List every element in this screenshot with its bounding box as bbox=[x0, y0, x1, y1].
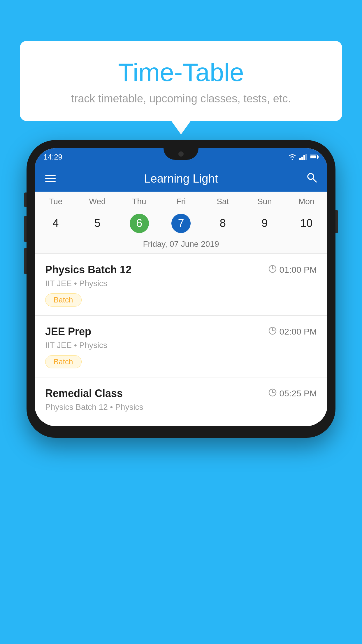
wifi-icon bbox=[288, 154, 296, 160]
day-wed: Wed bbox=[76, 192, 118, 210]
schedule-item-1[interactable]: Physics Batch 12 01:00 PM bbox=[35, 254, 327, 316]
clock-icon-2 bbox=[268, 327, 277, 337]
schedule-time-text-3: 05:25 PM bbox=[280, 388, 317, 398]
svg-rect-7 bbox=[45, 175, 56, 176]
day-sat: Sat bbox=[202, 192, 244, 210]
schedule-item-3-header: Remedial Class 05:25 PM bbox=[45, 387, 317, 400]
status-bar: 14:29 bbox=[35, 148, 327, 166]
date-8[interactable]: 8 bbox=[202, 213, 244, 234]
app-bar-title: Learning Light bbox=[144, 172, 218, 185]
date-5[interactable]: 5 bbox=[76, 213, 118, 234]
svg-rect-5 bbox=[310, 155, 316, 158]
volume-down-button bbox=[24, 248, 27, 274]
svg-rect-6 bbox=[318, 156, 319, 158]
schedule-item-2[interactable]: JEE Prep 02:00 PM bbox=[35, 316, 327, 377]
svg-rect-3 bbox=[305, 154, 307, 160]
speech-bubble-wrapper: Time-Table track timetable, upcoming cla… bbox=[20, 41, 342, 121]
bubble-title: Time-Table bbox=[34, 58, 328, 87]
schedule-container: Physics Batch 12 01:00 PM bbox=[35, 254, 327, 426]
svg-rect-2 bbox=[303, 155, 305, 160]
schedule-item-2-header: JEE Prep 02:00 PM bbox=[45, 326, 317, 338]
status-time: 14:29 bbox=[43, 153, 62, 162]
schedule-item-3[interactable]: Remedial Class 05:25 PM bbox=[35, 377, 327, 426]
date-4[interactable]: 4 bbox=[35, 213, 76, 234]
battery-icon bbox=[310, 154, 319, 160]
schedule-title-3: Remedial Class bbox=[45, 387, 123, 400]
phone-mockup: 14:29 bbox=[27, 140, 335, 438]
phone-outer: 14:29 bbox=[27, 140, 335, 438]
bubble-subtitle: track timetable, upcoming classes, tests… bbox=[34, 92, 328, 105]
selected-date-label: Friday, 07 June 2019 bbox=[35, 235, 327, 254]
schedule-time-1: 01:00 PM bbox=[268, 265, 317, 275]
schedule-subtitle-1: IIT JEE • Physics bbox=[45, 279, 317, 288]
schedule-time-text-2: 02:00 PM bbox=[280, 327, 317, 337]
phone-screen: 14:29 bbox=[35, 148, 327, 426]
svg-rect-9 bbox=[45, 181, 56, 182]
day-tue: Tue bbox=[35, 192, 76, 210]
day-numbers: 4 5 6 7 8 9 10 bbox=[35, 210, 327, 235]
date-7-selected[interactable]: 7 bbox=[160, 213, 202, 234]
svg-line-11 bbox=[313, 179, 316, 182]
svg-rect-1 bbox=[301, 157, 303, 160]
schedule-item-1-header: Physics Batch 12 01:00 PM bbox=[45, 264, 317, 276]
svg-rect-8 bbox=[45, 178, 56, 179]
camera-dot bbox=[178, 151, 184, 157]
search-icon[interactable] bbox=[306, 172, 317, 185]
schedule-title-1: Physics Batch 12 bbox=[45, 264, 131, 276]
day-fri: Fri bbox=[160, 192, 202, 210]
date-6-today[interactable]: 6 bbox=[118, 213, 160, 234]
schedule-time-text-1: 01:00 PM bbox=[280, 265, 317, 275]
clock-icon-3 bbox=[268, 388, 277, 399]
app-bar: Learning Light bbox=[35, 166, 327, 192]
batch-tag-2: Batch bbox=[45, 355, 82, 368]
day-sun: Sun bbox=[244, 192, 285, 210]
schedule-time-3: 05:25 PM bbox=[268, 388, 317, 399]
day-thu: Thu bbox=[118, 192, 160, 210]
signal-icon bbox=[299, 154, 307, 160]
schedule-subtitle-3: Physics Batch 12 • Physics bbox=[45, 402, 317, 412]
date-10[interactable]: 10 bbox=[286, 213, 327, 234]
schedule-subtitle-2: IIT JEE • Physics bbox=[45, 341, 317, 350]
hamburger-icon[interactable] bbox=[45, 172, 56, 185]
silent-button bbox=[24, 192, 27, 207]
status-icons bbox=[288, 154, 319, 160]
date-9[interactable]: 9 bbox=[244, 213, 285, 234]
day-headers: Tue Wed Thu Fri Sat Sun Mon bbox=[35, 192, 327, 210]
speech-bubble: Time-Table track timetable, upcoming cla… bbox=[20, 41, 342, 121]
volume-up-button bbox=[24, 216, 27, 242]
batch-tag-1: Batch bbox=[45, 293, 82, 307]
calendar-strip: Tue Wed Thu Fri Sat Sun Mon 4 5 6 7 8 9 … bbox=[35, 192, 327, 254]
schedule-title-2: JEE Prep bbox=[45, 326, 91, 338]
schedule-time-2: 02:00 PM bbox=[268, 327, 317, 337]
day-mon: Mon bbox=[286, 192, 327, 210]
clock-icon-1 bbox=[268, 265, 277, 275]
notch bbox=[164, 148, 198, 160]
power-button bbox=[335, 210, 338, 233]
svg-rect-0 bbox=[299, 158, 301, 160]
